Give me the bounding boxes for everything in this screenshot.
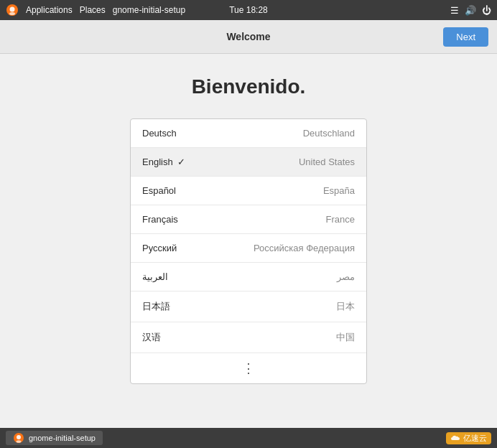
gnome-logo-icon	[6, 4, 19, 17]
language-item[interactable]: DeutschDeutschland	[131, 119, 366, 148]
lang-region: 日本	[336, 300, 355, 313]
lang-region: Российская Федерация	[254, 243, 355, 253]
badge-label: 亿速云	[463, 433, 487, 444]
applications-menu[interactable]: Applications	[26, 5, 73, 15]
taskbar-left: gnome-initial-setup	[6, 431, 103, 445]
taskbar-app-icon	[13, 432, 24, 444]
more-languages-button[interactable]: ⋮	[131, 353, 366, 383]
lang-region: España	[323, 185, 355, 196]
taskbar: gnome-initial-setup 亿速云	[0, 428, 497, 448]
lang-region: مصر	[337, 271, 355, 282]
lang-region: United States	[299, 157, 355, 167]
lang-name: Deutsch	[142, 128, 177, 139]
svg-point-1	[10, 7, 15, 12]
topbar: Applications Places gnome-initial-setup …	[0, 0, 497, 20]
svg-point-5	[17, 440, 22, 443]
more-dots-icon: ⋮	[242, 360, 256, 376]
taskbar-app-label: gnome-initial-setup	[29, 434, 96, 442]
window-menu[interactable]: gnome-initial-setup	[113, 5, 185, 15]
language-item[interactable]: EspañolEspaña	[131, 177, 366, 205]
svg-point-4	[17, 435, 21, 439]
language-item[interactable]: English ✓United States	[131, 148, 366, 177]
main-content: Bienvenido. DeutschDeutschlandEnglish ✓U…	[0, 54, 497, 428]
volume-icon[interactable]: 🔊	[465, 5, 476, 16]
taskbar-right: 亿速云	[446, 432, 491, 444]
taskbar-app-item[interactable]: gnome-initial-setup	[6, 431, 103, 445]
language-item[interactable]: 日本語日本	[131, 291, 366, 322]
lang-name-group: Русский	[142, 243, 177, 253]
clock: Tue 18:28	[229, 5, 268, 15]
network-icon: ☰	[450, 5, 459, 16]
topbar-right: ☰ 🔊 ⏻	[450, 5, 491, 16]
lang-name: English	[142, 157, 173, 167]
language-list: DeutschDeutschlandEnglish ✓United States…	[130, 118, 367, 384]
lang-name-group: 日本語	[142, 300, 170, 313]
svg-point-2	[9, 12, 15, 15]
main-window: Welcome Next Bienvenido. DeutschDeutschl…	[0, 20, 497, 428]
lang-name-group: Français	[142, 214, 178, 225]
lang-name: 日本語	[142, 300, 170, 313]
places-menu[interactable]: Places	[80, 5, 106, 15]
lang-name: 汉语	[142, 331, 161, 344]
lang-region: Deutschland	[303, 128, 355, 139]
next-button[interactable]: Next	[443, 27, 488, 47]
lang-name: Español	[142, 185, 176, 196]
lang-name: Русский	[142, 243, 177, 253]
power-icon[interactable]: ⏻	[482, 5, 491, 16]
taskbar-badge: 亿速云	[446, 432, 491, 444]
lang-name-group: العربية	[142, 271, 168, 282]
language-item[interactable]: РусскийРоссийская Федерация	[131, 234, 366, 263]
headerbar: Welcome Next	[0, 20, 497, 54]
lang-name-group: Español	[142, 185, 176, 196]
language-item[interactable]: العربيةمصر	[131, 263, 366, 291]
language-item[interactable]: FrançaisFrance	[131, 205, 366, 234]
lang-name: العربية	[142, 271, 168, 282]
lang-checkmark: ✓	[177, 157, 185, 167]
lang-region: France	[326, 214, 355, 225]
topbar-left: Applications Places gnome-initial-setup	[6, 4, 185, 17]
lang-name-group: 汉语	[142, 331, 161, 344]
language-item[interactable]: 汉语中国	[131, 322, 366, 353]
lang-name: Français	[142, 214, 178, 225]
lang-region: 中国	[336, 331, 355, 344]
welcome-heading: Bienvenido.	[192, 75, 306, 98]
lang-name-group: English ✓	[142, 157, 185, 167]
window-title: Welcome	[226, 31, 270, 42]
cloud-icon	[450, 433, 460, 443]
lang-name-group: Deutsch	[142, 128, 177, 139]
